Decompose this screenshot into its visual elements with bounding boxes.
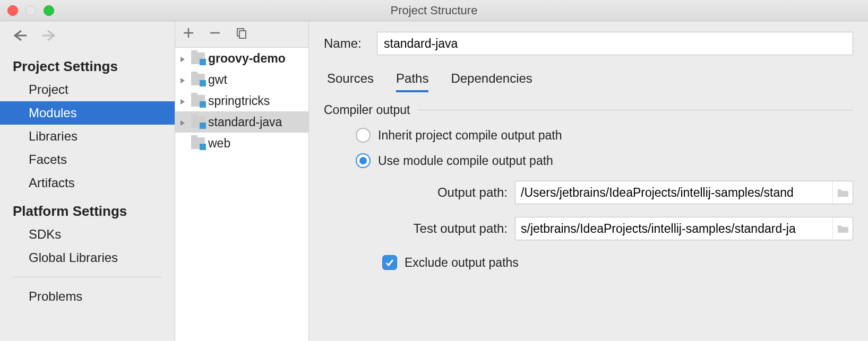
radio-use-module-output[interactable] <box>356 153 371 168</box>
module-gwt[interactable]: gwt <box>175 69 308 90</box>
expand-icon[interactable] <box>179 115 188 129</box>
module-groovy-demo[interactable]: groovy-demo <box>175 48 308 69</box>
module-tabs: Sources Paths Dependencies <box>324 71 853 92</box>
traffic-lights <box>7 5 54 16</box>
copy-module-button[interactable] <box>236 27 247 42</box>
exclude-output-paths-checkbox[interactable] <box>382 255 397 270</box>
tab-paths[interactable]: Paths <box>396 71 428 92</box>
svg-marker-12 <box>838 225 848 233</box>
module-toolbar <box>175 21 308 48</box>
nav-global-libraries[interactable]: Global Libraries <box>0 246 175 269</box>
browse-test-output-path-button[interactable] <box>832 217 853 240</box>
remove-module-button[interactable] <box>209 27 221 42</box>
close-window-button[interactable] <box>7 5 18 16</box>
radio-inherit-label: Inherit project compile output path <box>378 128 562 143</box>
nav-forward-button[interactable] <box>41 29 58 46</box>
svg-rect-6 <box>239 31 246 38</box>
sidebar: Project Settings Project Modules Librari… <box>0 21 175 341</box>
module-tree[interactable]: groovy-demo gwt springtricks standard-ja… <box>175 48 308 341</box>
test-output-path-label: Test output path: <box>382 221 515 236</box>
svg-marker-10 <box>181 120 185 126</box>
tab-sources[interactable]: Sources <box>327 71 374 92</box>
nav-back-button[interactable] <box>11 29 28 46</box>
module-label: web <box>208 136 230 151</box>
window-title: Project Structure <box>391 4 478 18</box>
separator-line <box>417 110 853 110</box>
expand-icon[interactable] <box>179 73 188 87</box>
nav-modules[interactable]: Modules <box>0 101 175 125</box>
module-folder-icon <box>191 116 205 128</box>
module-folder-icon <box>191 137 205 149</box>
module-label: standard-java <box>208 115 282 129</box>
output-path-input[interactable] <box>515 181 832 204</box>
expand-icon[interactable] <box>179 94 188 108</box>
nav-facets[interactable]: Facets <box>0 148 175 171</box>
name-label: Name: <box>324 36 377 51</box>
nav-sdks[interactable]: SDKs <box>0 223 175 246</box>
checkmark-icon <box>385 258 394 267</box>
compiler-output-group-label: Compiler output <box>324 103 410 117</box>
minimize-window-button[interactable] <box>25 5 36 16</box>
svg-marker-9 <box>181 99 185 104</box>
folder-open-icon <box>837 224 849 233</box>
section-platform-settings: Platform Settings <box>0 195 175 223</box>
module-web[interactable]: web <box>175 133 308 154</box>
module-label: springtricks <box>208 94 270 108</box>
module-springtricks[interactable]: springtricks <box>175 90 308 111</box>
module-name-input[interactable] <box>377 32 853 55</box>
nav-project[interactable]: Project <box>0 78 175 101</box>
test-output-path-input[interactable] <box>515 217 832 240</box>
sidebar-separator <box>13 277 162 277</box>
exclude-output-paths-label: Exclude output paths <box>405 256 519 270</box>
module-standard-java[interactable]: standard-java <box>175 111 308 133</box>
module-list-pane: groovy-demo gwt springtricks standard-ja… <box>175 21 309 341</box>
tab-dependencies[interactable]: Dependencies <box>451 71 532 92</box>
module-label: gwt <box>208 73 227 87</box>
svg-marker-7 <box>181 57 185 62</box>
expand-icon[interactable] <box>179 51 188 66</box>
nav-artifacts[interactable]: Artifacts <box>0 171 175 195</box>
module-folder-icon <box>191 53 205 64</box>
radio-use-module-label: Use module compile output path <box>378 154 553 168</box>
add-module-button[interactable] <box>183 27 194 42</box>
module-folder-icon <box>191 74 205 85</box>
output-path-label: Output path: <box>382 185 515 200</box>
radio-inherit-output[interactable] <box>356 128 371 143</box>
section-project-settings: Project Settings <box>0 50 175 78</box>
svg-marker-8 <box>181 78 185 83</box>
titlebar: Project Structure <box>0 0 868 21</box>
folder-open-icon <box>837 188 849 197</box>
zoom-window-button[interactable] <box>44 5 54 16</box>
browse-output-path-button[interactable] <box>832 181 853 204</box>
nav-problems[interactable]: Problems <box>0 285 175 308</box>
svg-marker-11 <box>838 189 848 197</box>
module-folder-icon <box>191 95 205 107</box>
module-label: groovy-demo <box>208 51 286 66</box>
module-detail-pane: Name: Sources Paths Dependencies Compile… <box>309 21 868 341</box>
nav-libraries[interactable]: Libraries <box>0 125 175 148</box>
